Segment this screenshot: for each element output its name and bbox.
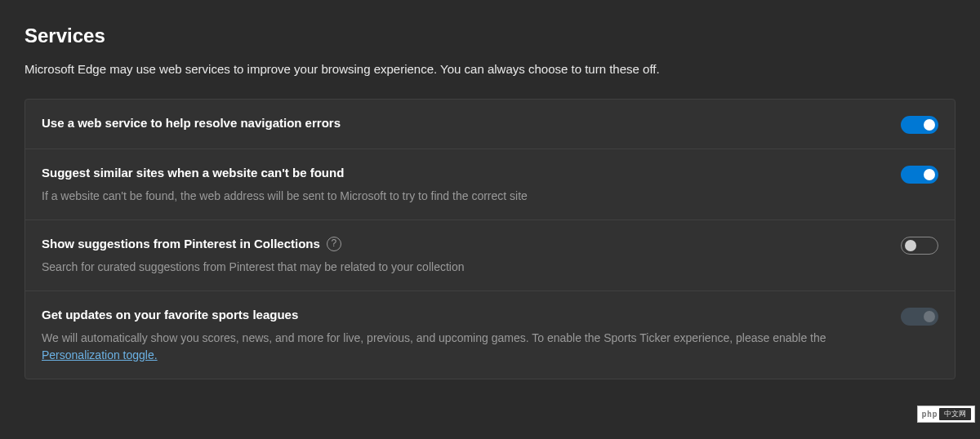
setting-subtitle: If a website can't be found, the web add… <box>42 188 868 205</box>
setting-title: Use a web service to help resolve naviga… <box>42 114 341 131</box>
setting-title: Suggest similar sites when a website can… <box>42 164 344 181</box>
setting-title: Get updates on your favorite sports leag… <box>42 306 298 323</box>
toggle-knob <box>924 311 935 322</box>
watermark-text-b: 中文网 <box>939 408 971 420</box>
toggle-navigation-errors[interactable] <box>901 116 938 134</box>
setting-title: Show suggestions from Pinterest in Colle… <box>42 235 341 252</box>
setting-text: Show suggestions from Pinterest in Colle… <box>42 235 901 276</box>
setting-text: Suggest similar sites when a website can… <box>42 164 901 205</box>
toggle-knob <box>924 119 935 131</box>
setting-text: Use a web service to help resolve naviga… <box>42 114 901 131</box>
section-title: Services <box>24 24 956 47</box>
setting-row-suggest-sites: Suggest similar sites when a website can… <box>25 149 955 220</box>
settings-card: Use a web service to help resolve naviga… <box>24 99 956 379</box>
setting-subtitle: We will automatically show you scores, n… <box>42 330 868 364</box>
watermark-text-a: php <box>921 410 938 419</box>
watermark: php 中文网 <box>917 406 975 423</box>
setting-row-navigation-errors: Use a web service to help resolve naviga… <box>25 100 955 149</box>
setting-subtitle-text: We will automatically show you scores, n… <box>42 331 826 344</box>
setting-text: Get updates on your favorite sports leag… <box>42 306 901 364</box>
setting-title-text: Show suggestions from Pinterest in Colle… <box>42 235 320 252</box>
toggle-sports <box>901 308 938 326</box>
personalization-link[interactable]: Personalization toggle. <box>42 348 158 361</box>
setting-row-pinterest: Show suggestions from Pinterest in Colle… <box>25 220 955 291</box>
toggle-knob <box>905 240 916 251</box>
section-description: Microsoft Edge may use web services to i… <box>24 62 956 76</box>
toggle-knob <box>924 169 935 180</box>
help-icon[interactable]: ? <box>327 237 341 251</box>
toggle-pinterest[interactable] <box>901 237 938 255</box>
setting-row-sports: Get updates on your favorite sports leag… <box>25 291 955 379</box>
toggle-suggest-sites[interactable] <box>901 166 938 184</box>
setting-subtitle: Search for curated suggestions from Pint… <box>42 259 868 276</box>
